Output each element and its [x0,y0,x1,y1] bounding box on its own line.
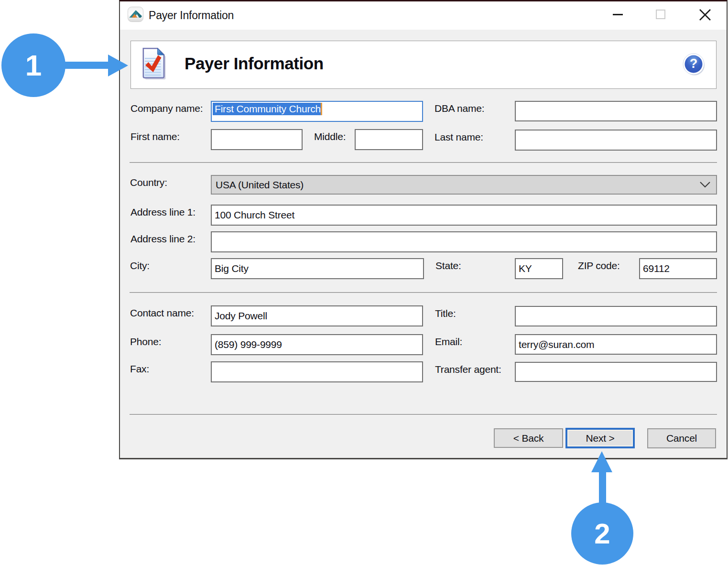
svg-text:?: ? [690,56,698,71]
